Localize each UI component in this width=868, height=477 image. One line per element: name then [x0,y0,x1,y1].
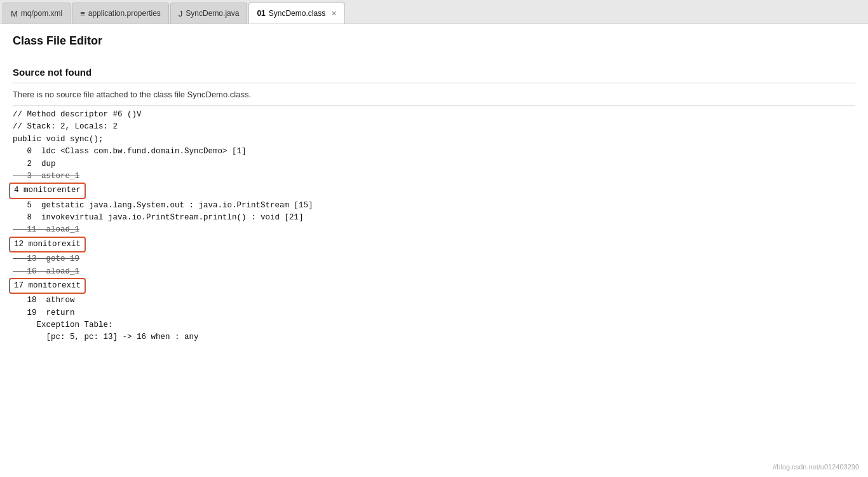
code-line-strikethrough: 16 aload_1 [13,266,855,278]
tab-syncdemo-java[interactable]: J SyncDemo.java [170,3,248,24]
tab-application-properties[interactable]: ≡ application.properties [72,3,169,24]
code-line-strikethrough: 13 goto 19 [13,253,855,265]
tab-syncdemo-class[interactable]: 01 SyncDemo.class ✕ [248,3,345,24]
code-line-highlighted: 4 monitorenter [9,183,86,198]
class-icon: 01 [257,9,265,18]
java-icon: J [179,9,183,18]
pom-icon: M [11,9,18,18]
code-line-strikethrough: 3 astore_1 [13,170,855,183]
code-line: 19 return [13,307,855,319]
code-block: // Method descriptor #6 ()V // Stack: 2,… [13,106,855,344]
tab-pom[interactable]: M mq/pom.xml [3,3,71,24]
code-line-highlighted: 12 monitorexit [9,237,86,252]
tab-class-label: SyncDemo.class [269,9,325,18]
props-icon: ≡ [80,9,85,18]
code-line: // Stack: 2, Locals: 2 [13,121,855,133]
code-line: // Method descriptor #6 ()V [13,109,855,121]
code-line: 8 invokevirtual java.io.PrintStream.prin… [13,212,855,224]
source-not-found-description: There is no source file attached to the … [13,90,855,106]
tab-bar: M mq/pom.xml ≡ application.properties J … [0,0,868,24]
tab-pom-label: mq/pom.xml [21,9,62,18]
main-content: Class File Editor Source not found There… [0,24,868,477]
tab-props-label: application.properties [88,9,161,18]
code-line: 2 dup [13,158,855,170]
code-line-highlighted: 17 monitorexit [9,278,86,294]
code-line: 0 ldc <Class com.bw.fund.domain.SyncDemo… [13,146,855,158]
code-line-strikethrough: 11 aload_1 [13,224,855,236]
source-not-found-section: Source not found There is no source file… [13,67,855,106]
tab-java-label: SyncDemo.java [186,9,239,18]
code-line: Exception Table: [13,319,855,331]
watermark: //blog.csdn.net/u012403290 [773,463,859,471]
tab-close-button[interactable]: ✕ [331,10,337,18]
code-line: public void sync(); [13,134,855,146]
code-line: [pc: 5, pc: 13] -> 16 when : any [13,331,855,343]
code-line: 5 getstatic java.lang.System.out : java.… [13,200,855,212]
code-line: 18 athrow [13,294,855,307]
page-title: Class File Editor [13,34,855,48]
source-not-found-heading: Source not found [13,67,855,83]
